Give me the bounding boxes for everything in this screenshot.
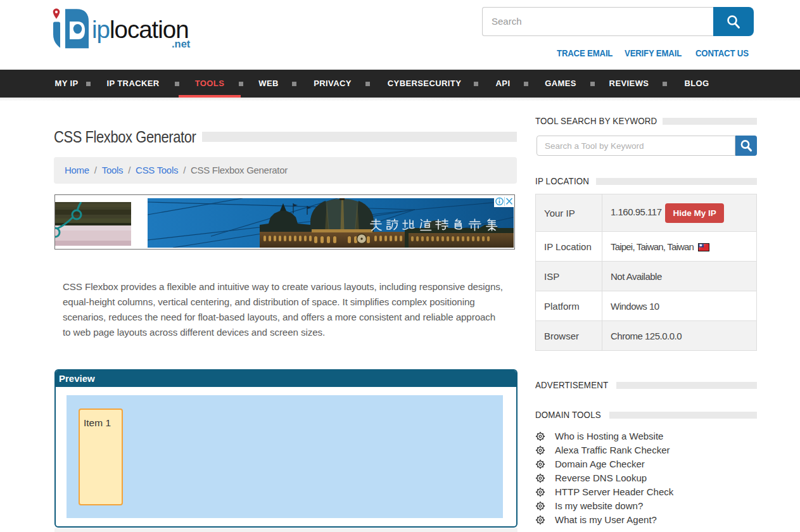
svg-text:.net: .net	[172, 38, 191, 49]
